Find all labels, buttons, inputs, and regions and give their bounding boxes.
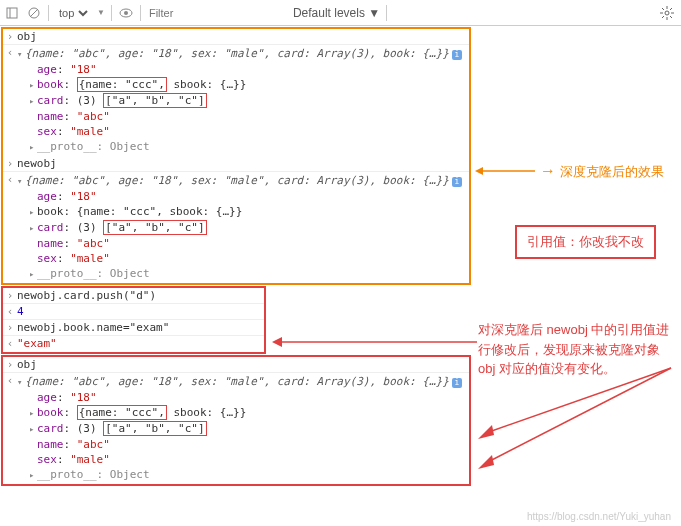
prompt-icon: › bbox=[3, 289, 17, 302]
console-block-1: ›obj ‹ {name: "abc", age: "18", sex: "ma… bbox=[1, 27, 471, 285]
prop-age: age: "18" bbox=[29, 189, 465, 204]
output-icon: ‹ bbox=[3, 173, 17, 186]
info-icon[interactable]: i bbox=[452, 50, 462, 60]
output-icon: ‹ bbox=[3, 305, 17, 318]
annotation-2: 引用值：你改我不改 bbox=[515, 225, 656, 259]
annotation-3: 对深克隆后 newobj 中的引用值进行修改后，发现原来被克隆对象 obj 对应… bbox=[478, 320, 673, 379]
info-icon[interactable]: i bbox=[452, 177, 462, 187]
console-output: 4 bbox=[17, 305, 264, 318]
console-block-2: ›newobj.card.push("d") ‹4 ›newobj.book.n… bbox=[1, 286, 266, 354]
output-icon: ‹ bbox=[3, 46, 17, 59]
console-input[interactable]: newobj.card.push("d") bbox=[17, 289, 264, 302]
clear-console-icon[interactable] bbox=[26, 5, 42, 21]
prompt-icon: › bbox=[3, 30, 17, 43]
divider bbox=[386, 5, 387, 21]
prop-book[interactable]: book: {name: "ccc", sbook: {…}} bbox=[29, 77, 465, 93]
prop-name: name: "abc" bbox=[29, 437, 465, 452]
prop-book[interactable]: book: {name: "ccc", sbook: {…}} bbox=[29, 204, 465, 220]
prop-name: name: "abc" bbox=[29, 109, 465, 124]
svg-line-3 bbox=[30, 9, 38, 17]
console-input[interactable]: obj bbox=[17, 30, 469, 43]
object-preview[interactable]: {name: "abc", age: "18", sex: "male", ca… bbox=[17, 173, 465, 189]
gear-icon[interactable] bbox=[659, 5, 675, 21]
dropdown-icon: ▼ bbox=[97, 8, 105, 17]
prop-age: age: "18" bbox=[29, 390, 465, 405]
annotation-1: → 深度克隆后的效果 bbox=[540, 162, 664, 181]
console-input[interactable]: obj bbox=[17, 358, 469, 371]
devtools-toolbar: top ▼ Default levels ▼ bbox=[0, 0, 681, 26]
prompt-icon: › bbox=[3, 321, 17, 334]
prop-sex: sex: "male" bbox=[29, 124, 465, 139]
svg-line-12 bbox=[670, 16, 672, 18]
prop-sex: sex: "male" bbox=[29, 452, 465, 467]
divider bbox=[140, 5, 141, 21]
svg-point-6 bbox=[665, 11, 669, 15]
prompt-icon: › bbox=[3, 358, 17, 371]
prop-age: age: "18" bbox=[29, 62, 465, 77]
prop-book[interactable]: book: {name: "ccc", sbook: {…}} bbox=[29, 405, 465, 421]
eye-icon[interactable] bbox=[118, 5, 134, 21]
info-icon[interactable]: i bbox=[452, 378, 462, 388]
console-input[interactable]: newobj.book.name="exam" bbox=[17, 321, 264, 334]
divider bbox=[48, 5, 49, 21]
object-preview[interactable]: {name: "abc", age: "18", sex: "male", ca… bbox=[17, 374, 465, 390]
console-input[interactable]: newobj bbox=[17, 157, 469, 170]
context-selector[interactable]: top bbox=[55, 6, 91, 20]
prop-proto[interactable]: __proto__: Object bbox=[29, 266, 465, 282]
console-block-3: ›obj ‹ {name: "abc", age: "18", sex: "ma… bbox=[1, 355, 471, 486]
prop-card[interactable]: card: (3) ["a", "b", "c"] bbox=[29, 421, 465, 437]
object-preview[interactable]: {name: "abc", age: "18", sex: "male", ca… bbox=[17, 46, 465, 62]
prop-card[interactable]: card: (3) ["a", "b", "c"] bbox=[29, 220, 465, 236]
svg-line-13 bbox=[670, 8, 672, 10]
svg-line-14 bbox=[662, 16, 664, 18]
output-icon: ‹ bbox=[3, 337, 17, 350]
log-level-selector[interactable]: Default levels ▼ bbox=[293, 6, 380, 20]
divider bbox=[111, 5, 112, 21]
prop-proto[interactable]: __proto__: Object bbox=[29, 467, 465, 483]
sidebar-toggle-icon[interactable] bbox=[4, 5, 20, 21]
console-output: "exam" bbox=[17, 337, 264, 350]
svg-line-11 bbox=[662, 8, 664, 10]
watermark: https://blog.csdn.net/Yuki_yuhan bbox=[527, 511, 671, 522]
prop-sex: sex: "male" bbox=[29, 251, 465, 266]
output-icon: ‹ bbox=[3, 374, 17, 387]
svg-point-5 bbox=[124, 11, 128, 15]
svg-rect-0 bbox=[7, 8, 17, 18]
prop-name: name: "abc" bbox=[29, 236, 465, 251]
prompt-icon: › bbox=[3, 157, 17, 170]
prop-proto[interactable]: __proto__: Object bbox=[29, 139, 465, 155]
prop-card[interactable]: card: (3) ["a", "b", "c"] bbox=[29, 93, 465, 109]
filter-input[interactable] bbox=[147, 6, 287, 20]
